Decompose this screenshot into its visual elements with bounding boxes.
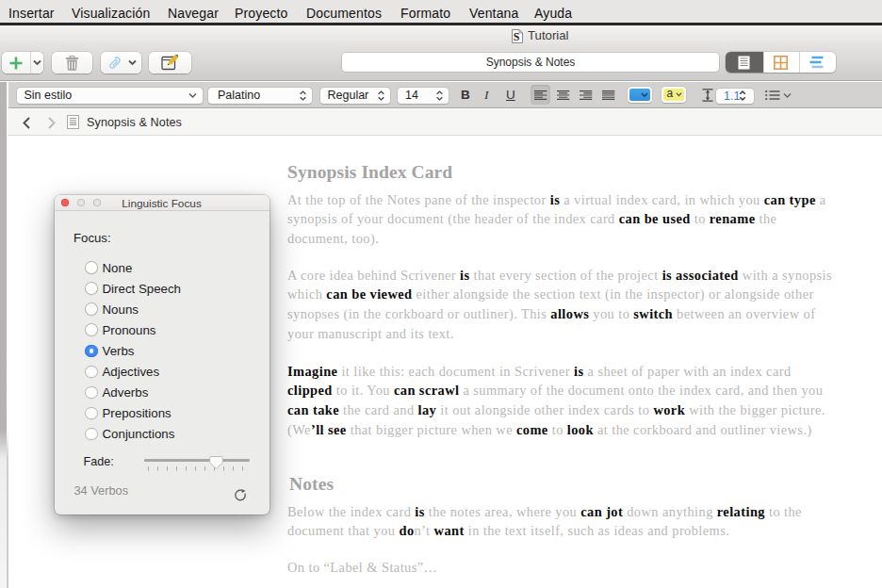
- svg-text:S: S: [514, 30, 520, 43]
